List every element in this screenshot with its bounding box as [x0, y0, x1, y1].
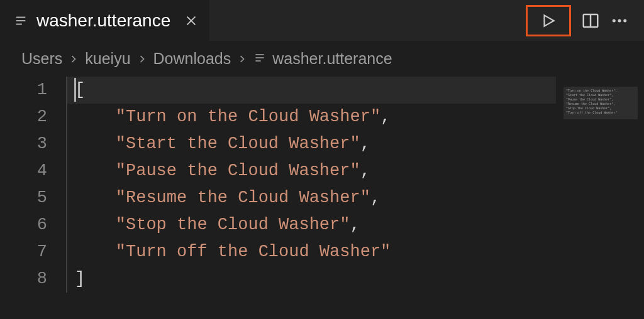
code-line: "Start the Cloud Washer", [66, 131, 644, 158]
chevron-right-icon [136, 53, 148, 65]
chevron-right-icon [236, 53, 248, 65]
file-icon [14, 14, 28, 28]
editor-tab[interactable]: washer.utterance [0, 0, 209, 41]
breadcrumb-item[interactable]: Users [21, 50, 62, 68]
line-number: 3 [0, 131, 47, 158]
breadcrumb[interactable]: Users kueiyu Downloads washer.utterance [0, 41, 644, 77]
run-button[interactable] [526, 5, 571, 36]
code-line: "Resume the Cloud Washer", [66, 185, 644, 212]
minimap[interactable]: "Turn on the Cloud Washer", "Start the C… [564, 87, 638, 119]
more-actions-icon[interactable] [610, 11, 629, 30]
line-number: 2 [0, 104, 47, 131]
line-number: 7 [0, 239, 47, 266]
svg-point-9 [618, 19, 621, 22]
line-number: 5 [0, 185, 47, 212]
tab-filename: washer.utterance [36, 11, 170, 31]
tab-bar: washer.utterance [0, 0, 644, 41]
line-number: 6 [0, 212, 47, 239]
code-editor[interactable]: 1 2 3 4 5 6 7 8 [ "Turn on the Cloud Was… [0, 77, 644, 293]
breadcrumb-item[interactable]: kueiyu [85, 50, 130, 68]
code-line: "Pause the Cloud Washer", [66, 158, 644, 185]
code-line: [ [66, 77, 644, 104]
code-content[interactable]: [ "Turn on the Cloud Washer", "Start the… [66, 77, 644, 293]
split-editor-icon[interactable] [581, 11, 600, 30]
code-line: ] [66, 266, 644, 293]
line-number: 4 [0, 158, 47, 185]
file-icon [253, 50, 266, 68]
chevron-right-icon [67, 53, 80, 65]
editor-actions [526, 5, 644, 36]
code-line: "Turn off the Cloud Washer" [66, 239, 644, 266]
line-gutter: 1 2 3 4 5 6 7 8 [0, 77, 66, 293]
breadcrumb-item[interactable]: Downloads [153, 50, 231, 68]
svg-point-8 [613, 19, 616, 22]
svg-marker-5 [545, 15, 554, 26]
breadcrumb-item[interactable]: washer.utterance [253, 50, 392, 68]
close-icon[interactable] [184, 14, 198, 28]
line-number: 1 [0, 77, 47, 104]
code-line: "Stop the Cloud Washer", [66, 212, 644, 239]
text-cursor [74, 78, 76, 102]
line-number: 8 [0, 266, 47, 293]
code-line: "Turn on the Cloud Washer", [66, 104, 644, 131]
svg-point-10 [623, 19, 626, 22]
